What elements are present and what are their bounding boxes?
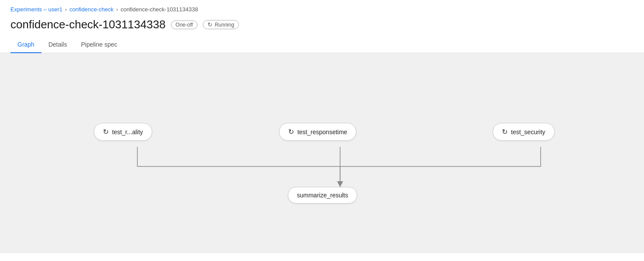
node-summarize-results[interactable]: summarize_results <box>288 187 357 203</box>
running-icon: ↻ <box>208 21 212 28</box>
node-label-test-security: test_security <box>511 129 545 136</box>
node-icon-test-responsetime: ↻ <box>288 128 294 136</box>
node-icon-test-security: ↻ <box>502 128 508 136</box>
node-label-test-responsetime: test_responsetime <box>297 129 347 136</box>
badge-oneoff: One-off <box>171 20 198 29</box>
node-test-responsetime[interactable]: ↻ test_responsetime <box>279 123 356 141</box>
node-test-security[interactable]: ↻ test_security <box>493 123 555 141</box>
tab-details[interactable]: Details <box>41 37 74 53</box>
node-label-test-reality: test_r...ality <box>112 129 143 136</box>
breadcrumb-link-experiments[interactable]: Experiments – user1 <box>10 6 62 13</box>
svg-marker-0 <box>337 181 343 187</box>
page-header: confidence-check-1031134338 One-off ↻ Ru… <box>0 16 644 37</box>
breadcrumb: Experiments – user1 › confidence-check ›… <box>0 0 644 16</box>
badge-running-label: Running <box>215 22 234 28</box>
tab-pipeline-spec[interactable]: Pipeline spec <box>74 37 124 53</box>
page-title: confidence-check-1031134338 <box>10 18 166 31</box>
badge-running: ↻ Running <box>203 20 239 29</box>
breadcrumb-separator-2: › <box>116 7 118 13</box>
tab-graph[interactable]: Graph <box>10 37 41 53</box>
breadcrumb-separator-1: › <box>65 7 67 13</box>
breadcrumb-current: confidence-check-1031134338 <box>120 6 198 13</box>
graph-area: ↻ test_r...ality ↻ test_responsetime ↻ t… <box>0 53 644 253</box>
node-test-reality[interactable]: ↻ test_r...ality <box>94 123 152 141</box>
graph-connectors <box>0 53 644 253</box>
tab-bar: Graph Details Pipeline spec <box>0 37 644 53</box>
node-label-summarize-results: summarize_results <box>297 192 348 199</box>
breadcrumb-link-confidence-check[interactable]: confidence-check <box>69 6 113 13</box>
node-icon-test-reality: ↻ <box>103 128 109 136</box>
